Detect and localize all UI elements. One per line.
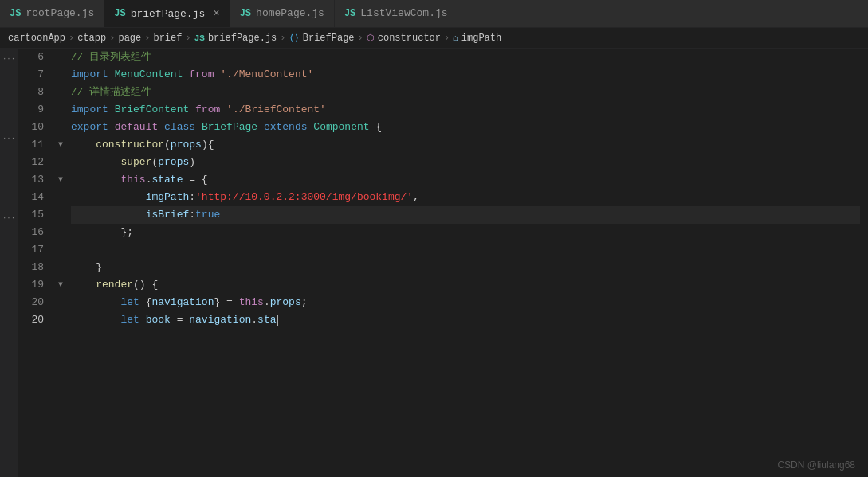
line-num-15: 15: [18, 206, 53, 224]
line-num-17: 17: [18, 241, 53, 259]
fold-14: [53, 189, 68, 206]
tab-icon-homePage: JS: [240, 8, 251, 19]
line-num-8: 8: [18, 84, 53, 101]
line-num-14: 14: [18, 189, 53, 206]
scrollbar[interactable]: [860, 49, 868, 477]
tab-label-rootPage: rootPage.js: [26, 7, 94, 19]
mini-sidebar: ··· ··· ···: [0, 49, 18, 477]
breadcrumb-js-icon: JS: [194, 33, 205, 43]
tab-icon-rootPage: JS: [10, 8, 21, 19]
breadcrumb-class-icon: ⟨⟩: [289, 33, 300, 43]
fold-20: [53, 294, 68, 311]
line-num-7: 7: [18, 66, 53, 84]
tab-briefPage[interactable]: JS briefPage.js ×: [104, 0, 230, 27]
fold-10: [53, 119, 68, 136]
tab-icon-listViewCom: JS: [344, 8, 355, 19]
code-line-18: }: [71, 259, 860, 276]
breadcrumb: cartoonApp › ctapp › page › brief › JS b…: [0, 28, 868, 49]
line-num-13: 13: [18, 171, 53, 189]
fold-12: [53, 154, 68, 171]
breadcrumb-prop-icon: ⌂: [453, 33, 458, 43]
tab-label-homePage: homePage.js: [256, 7, 324, 19]
code-line-11: constructor ( props ){: [71, 136, 860, 154]
watermark: CSDN @liulang68: [777, 459, 855, 471]
breadcrumb-constructor: constructor: [378, 33, 441, 44]
breadcrumb-construct-icon: ⬡: [367, 33, 375, 43]
code-line-12: super ( props ): [71, 154, 860, 171]
fold-13: ▼: [53, 171, 68, 189]
fold-area: ▼ ▼ ▼: [53, 49, 68, 477]
code-line-15: isBrief : true: [71, 206, 860, 224]
code-area[interactable]: // 目录列表组件 import MenuContent from './Men…: [68, 49, 860, 477]
line-num-9: 9: [18, 101, 53, 119]
code-line-9: import BriefContent from './BriefContent…: [71, 101, 860, 119]
fold-16: [53, 224, 68, 241]
tab-homePage[interactable]: JS homePage.js: [230, 0, 335, 27]
breadcrumb-cartoonApp: cartoonApp: [8, 33, 65, 44]
tab-close-briefPage[interactable]: ×: [213, 7, 219, 20]
fold-8: [53, 84, 68, 101]
code-line-21: let book = navigation . sta: [71, 311, 860, 329]
tab-listViewCom[interactable]: JS ListViewCom.js: [335, 0, 458, 27]
tab-icon-briefPage: JS: [114, 8, 125, 19]
line-num-6: 6: [18, 49, 53, 66]
code-line-19: render () {: [71, 276, 860, 294]
fold-19: ▼: [53, 276, 68, 294]
line-num-10: 10: [18, 119, 53, 136]
code-line-7: import MenuContent from './MenuContent': [71, 66, 860, 84]
line-num-12: 12: [18, 154, 53, 171]
line-numbers: 6 7 8 9 10 11 12 13 14 15 16 17 18 19 20…: [18, 49, 53, 477]
breadcrumb-brief: brief: [153, 33, 182, 44]
breadcrumb-ctapp: ctapp: [77, 33, 106, 44]
tab-rootPage[interactable]: JS rootPage.js: [0, 0, 104, 27]
breadcrumb-page: page: [118, 33, 141, 44]
code-line-20: let { navigation } = this . props ;: [71, 294, 860, 311]
fold-17: [53, 241, 68, 259]
code-line-14: imgPath : 'http://10.0.2.2:3000/img/book…: [71, 189, 860, 206]
breadcrumb-briefPageJs: briefPage.js: [208, 33, 277, 44]
mini-sidebar-slash: ···: [2, 131, 16, 146]
mini-sidebar-dots: ···: [2, 52, 16, 66]
tab-bar: JS rootPage.js JS briefPage.js × JS home…: [0, 0, 868, 28]
line-num-21: 20: [18, 311, 53, 329]
editor-container: ··· ··· ··· 6 7 8 9 10 11 12 13 14 15 16…: [0, 49, 868, 477]
fold-21: [53, 311, 68, 329]
line-num-16: 16: [18, 224, 53, 241]
code-line-8: // 详情描述组件: [71, 84, 860, 101]
code-line-13: this . state = {: [71, 171, 860, 189]
fold-7: [53, 66, 68, 84]
line-num-19: 19: [18, 276, 53, 294]
fold-9: [53, 101, 68, 119]
fold-6: [53, 49, 68, 66]
breadcrumb-imgPath: imgPath: [461, 33, 501, 44]
fold-11: ▼: [53, 136, 68, 154]
breadcrumb-BriefPage: BriefPage: [303, 33, 355, 44]
code-line-6: // 目录列表组件: [71, 49, 860, 66]
tab-label-briefPage: briefPage.js: [131, 8, 206, 20]
line-num-20: 20: [18, 294, 53, 311]
tab-label-listViewCom: ListViewCom.js: [360, 7, 447, 19]
fold-15: [53, 206, 68, 224]
code-line-10: export default class BriefPage extends C…: [71, 119, 860, 136]
code-line-16: };: [71, 224, 860, 241]
text-cursor: [277, 315, 278, 326]
fold-18: [53, 259, 68, 276]
line-num-18: 18: [18, 259, 53, 276]
mini-sidebar-backslash: ···: [2, 211, 16, 225]
line-num-11: 11: [18, 136, 53, 154]
code-line-17: [71, 241, 860, 259]
